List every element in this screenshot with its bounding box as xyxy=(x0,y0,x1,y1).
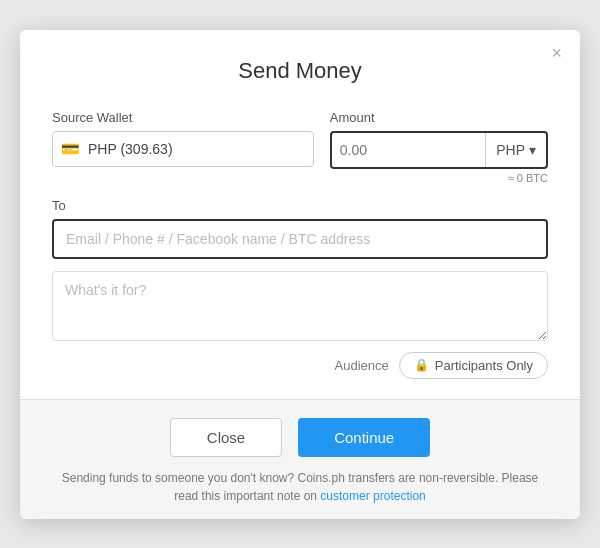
currency-label: PHP xyxy=(496,142,525,158)
modal-body: Source Wallet 💳 Amount PHP ▾ xyxy=(20,94,580,399)
modal-header: Send Money × xyxy=(20,30,580,94)
amount-group: Amount PHP ▾ ≈ 0 BTC xyxy=(330,110,548,184)
source-label: Source Wallet xyxy=(52,110,314,125)
amount-box: PHP ▾ xyxy=(330,131,548,169)
audience-btn-label: Participants Only xyxy=(435,358,533,373)
modal-overlay: Send Money × Source Wallet 💳 Amount xyxy=(0,0,600,548)
footer-note-text: Sending funds to someone you don't know?… xyxy=(62,471,539,503)
source-amount-row: Source Wallet 💳 Amount PHP ▾ xyxy=(52,110,548,184)
currency-arrow-icon: ▾ xyxy=(529,142,536,158)
to-input[interactable] xyxy=(52,219,548,259)
amount-label: Amount xyxy=(330,110,548,125)
audience-label: Audience xyxy=(335,358,389,373)
modal-footer: Close Continue Sending funds to someone … xyxy=(20,399,580,519)
footer-buttons: Close Continue xyxy=(52,418,548,457)
customer-protection-link[interactable]: customer protection xyxy=(320,489,425,503)
source-group: Source Wallet 💳 xyxy=(52,110,314,184)
continue-button[interactable]: Continue xyxy=(298,418,430,457)
btc-approx: ≈ 0 BTC xyxy=(330,172,548,184)
amount-input[interactable] xyxy=(332,133,485,167)
wallet-icon: 💳 xyxy=(53,140,88,158)
close-icon[interactable]: × xyxy=(551,44,562,62)
note-textarea[interactable] xyxy=(52,271,548,341)
audience-row: Audience 🔒 Participants Only xyxy=(52,352,548,379)
source-box: 💳 xyxy=(52,131,314,167)
footer-note: Sending funds to someone you don't know?… xyxy=(52,469,548,505)
modal-title: Send Money xyxy=(44,58,556,84)
currency-selector[interactable]: PHP ▾ xyxy=(485,133,546,167)
lock-icon: 🔒 xyxy=(414,358,429,372)
audience-button[interactable]: 🔒 Participants Only xyxy=(399,352,548,379)
close-button[interactable]: Close xyxy=(170,418,282,457)
to-label: To xyxy=(52,198,548,213)
to-group: To xyxy=(52,198,548,259)
source-wallet-input[interactable] xyxy=(88,132,313,166)
send-money-modal: Send Money × Source Wallet 💳 Amount xyxy=(20,30,580,519)
